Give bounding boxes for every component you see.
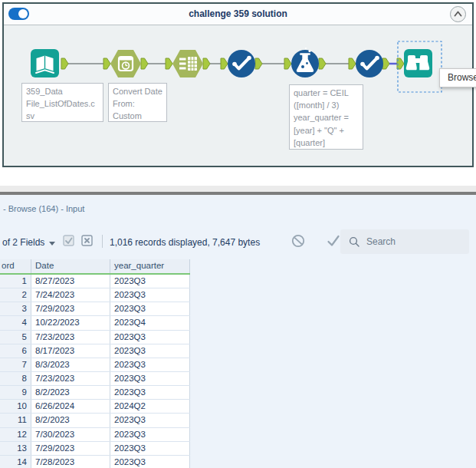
cell-year_quarter[interactable]: 2023Q3 [110, 414, 190, 427]
table-row[interactable]: 68/17/20232023Q3 [0, 344, 190, 358]
splitter-track [0, 186, 476, 192]
workflow-title: challenge 359 solution [4, 8, 472, 19]
cell-date[interactable]: 7/24/2023 [31, 288, 110, 302]
cell-record[interactable]: 8 [0, 372, 31, 385]
cell-record[interactable]: 12 [0, 428, 31, 441]
tool-multi-field-formula-2[interactable] [356, 50, 383, 77]
tool-datetime[interactable] [110, 50, 141, 77]
annotation-input-data[interactable]: 359_Data File_ListOfDates.c sv [21, 83, 103, 122]
cell-date[interactable]: 7/23/2023 [31, 331, 110, 344]
results-table: ord Date year_quarter 18/27/20232023Q327… [0, 259, 190, 468]
cell-date[interactable]: 7/23/2023 [31, 372, 110, 385]
table-list-icon [179, 57, 197, 71]
table-row[interactable]: 118/2/20232023Q3 [0, 414, 190, 427]
table-header-row: ord Date year_quarter [0, 259, 190, 275]
fields-dropdown-caret-icon[interactable] [49, 242, 55, 246]
cell-year_quarter[interactable]: 2023Q3 [110, 331, 190, 344]
results-table-body: 18/27/20232023Q327/24/20232023Q337/29/20… [0, 275, 190, 468]
cell-date[interactable]: 7/30/2023 [31, 428, 110, 441]
toolbar-divider [102, 235, 103, 248]
cell-record[interactable]: 10 [0, 400, 31, 413]
cell-year_quarter[interactable]: 2023Q3 [110, 302, 190, 315]
cell-year_quarter[interactable]: 2023Q4 [110, 316, 190, 329]
cell-date[interactable]: 8/17/2023 [31, 344, 110, 358]
cell-record[interactable]: 1 [0, 275, 31, 288]
table-row[interactable]: 18/27/20232023Q3 [0, 275, 190, 288]
tool-input-data[interactable] [31, 49, 59, 77]
search-box[interactable] [340, 229, 469, 254]
cell-year_quarter[interactable]: 2023Q3 [110, 456, 190, 468]
annotation-formula[interactable]: quarter = CEIL ([month] / 3) year_quarte… [289, 84, 363, 150]
deselect-all-x-icon[interactable] [81, 235, 94, 247]
table-row[interactable]: 147/28/20232023Q3 [0, 456, 190, 468]
cell-year_quarter[interactable]: 2023Q3 [110, 442, 190, 455]
table-row[interactable]: 127/30/20232023Q3 [0, 428, 190, 442]
table-row[interactable]: 137/29/20232023Q3 [0, 442, 190, 456]
table-row[interactable]: 78/3/20232023Q3 [0, 358, 190, 372]
cell-date[interactable]: 7/28/2023 [31, 456, 110, 468]
annotation-datetime[interactable]: Convert Date From: Custom [108, 83, 167, 122]
cell-record[interactable]: 6 [0, 344, 31, 358]
cell-date[interactable]: 8/3/2023 [31, 358, 110, 371]
results-breadcrumb: - Browse (164) - Input [3, 204, 84, 213]
cell-record[interactable]: 11 [0, 414, 31, 427]
table-row[interactable]: 27/24/20232023Q3 [0, 288, 190, 302]
cell-year_quarter[interactable]: 2023Q3 [110, 372, 190, 385]
table-row[interactable]: 98/2/20232023Q3 [0, 386, 190, 400]
table-row[interactable]: 106/26/20242024Q2 [0, 400, 190, 414]
cell-date[interactable]: 7/29/2023 [31, 302, 110, 315]
cell-year_quarter[interactable]: 2023Q3 [110, 358, 190, 371]
browse-tooltip: Browse [439, 68, 476, 87]
cell-record[interactable]: 14 [0, 456, 31, 468]
column-header-record[interactable]: ord [0, 259, 31, 273]
cell-record[interactable]: 5 [0, 331, 31, 344]
accept-checkmark-icon[interactable] [327, 234, 340, 248]
search-input[interactable] [365, 236, 460, 248]
select-all-checkbox-icon[interactable] [63, 235, 75, 247]
block-circle-slash-icon[interactable] [291, 234, 305, 248]
cell-date[interactable]: 10/22/2023 [31, 316, 110, 329]
canvas-titlebar: challenge 359 solution [4, 4, 472, 25]
tool-browse[interactable] [404, 49, 432, 77]
cell-record[interactable]: 7 [0, 358, 31, 371]
column-header-date[interactable]: Date [31, 259, 110, 273]
cell-year_quarter[interactable]: 2024Q2 [110, 400, 190, 413]
search-icon [349, 236, 359, 247]
cell-year_quarter[interactable]: 2023Q3 [110, 386, 190, 399]
chevron-up-icon [451, 7, 465, 21]
cell-date[interactable]: 8/2/2023 [31, 386, 110, 399]
cell-record[interactable]: 9 [0, 386, 31, 399]
tool-multi-field-formula-1[interactable] [228, 50, 255, 77]
fields-count-label[interactable]: of 2 Fields [2, 237, 44, 248]
column-header-year-quarter[interactable]: year_quarter [110, 259, 190, 273]
results-panel: - Browse (164) - Input of 2 Fields 1,016… [0, 195, 476, 468]
cell-date[interactable]: 8/2/2023 [31, 414, 110, 427]
tool-formula[interactable] [291, 48, 319, 77]
cell-record[interactable]: 13 [0, 442, 31, 455]
cell-year_quarter[interactable]: 2023Q3 [110, 275, 190, 288]
cell-record[interactable]: 2 [0, 288, 31, 302]
table-row[interactable]: 37/29/20232023Q3 [0, 302, 190, 316]
collapse-button[interactable] [450, 6, 466, 22]
table-row[interactable]: 410/22/20232023Q4 [0, 316, 190, 330]
table-row[interactable]: 57/23/20232023Q3 [0, 331, 190, 344]
cell-record[interactable]: 4 [0, 316, 31, 329]
tool-select[interactable] [172, 50, 203, 77]
cell-date[interactable]: 7/29/2023 [31, 442, 110, 455]
cell-year_quarter[interactable]: 2023Q3 [110, 428, 190, 441]
cell-record[interactable]: 3 [0, 302, 31, 315]
cell-year_quarter[interactable]: 2023Q3 [110, 344, 190, 358]
records-count-label: 1,016 records displayed, 7,647 bytes [110, 237, 260, 248]
cell-date[interactable]: 6/26/2024 [31, 400, 110, 413]
cell-date[interactable]: 8/27/2023 [31, 275, 110, 288]
cell-year_quarter[interactable]: 2023Q3 [110, 288, 190, 302]
table-row[interactable]: 87/23/20232023Q3 [0, 372, 190, 386]
